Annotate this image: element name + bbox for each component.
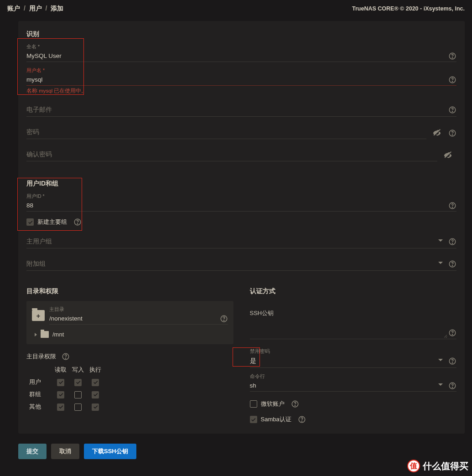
help-icon[interactable] [448, 382, 456, 390]
perm-group-write-checkbox[interactable] [74, 391, 82, 398]
section-identify-title: 识别 [26, 30, 456, 38]
svg-point-17 [223, 320, 224, 321]
svg-point-5 [452, 111, 452, 112]
help-icon[interactable] [291, 400, 299, 408]
svg-point-1 [452, 57, 452, 58]
download-ssh-button[interactable]: 下载SSH公钥 [84, 444, 136, 459]
perm-row-group: 群组 [29, 391, 51, 398]
home-perm-title: 主目录权限 [26, 352, 56, 361]
help-icon[interactable] [448, 202, 456, 210]
ssh-key-textarea[interactable] [250, 321, 457, 339]
ms-account-checkbox[interactable] [250, 400, 257, 408]
home-dir-label: 主目录 [49, 306, 228, 313]
help-icon[interactable] [448, 129, 456, 137]
help-icon[interactable] [298, 415, 306, 424]
shell-select[interactable]: sh [250, 381, 439, 390]
svg-point-15 [452, 265, 452, 266]
folder-icon [41, 331, 49, 338]
perm-group-read-checkbox[interactable] [57, 391, 64, 398]
uid-input[interactable]: 88 [26, 201, 446, 210]
perm-group-exec-checkbox[interactable] [92, 391, 99, 398]
chevron-down-icon [438, 239, 443, 244]
help-icon[interactable] [220, 315, 228, 323]
perm-header-exec: 执行 [88, 366, 103, 374]
submit-button[interactable]: 提交 [18, 444, 47, 459]
eye-off-icon[interactable] [443, 150, 453, 160]
svg-point-3 [452, 81, 452, 82]
home-dir-input[interactable]: /nonexistent [49, 314, 217, 323]
perm-header-write: 写入 [70, 366, 86, 374]
disable-password-select[interactable]: 是 [250, 356, 439, 366]
fullname-label: 全名 * [26, 44, 456, 50]
username-input[interactable]: mysql [26, 75, 446, 84]
shell-label: 命令行 [250, 373, 457, 380]
watermark: 值 什么值得买 [407, 460, 468, 472]
svg-point-19 [65, 358, 66, 358]
username-label: 用户名 * [26, 67, 456, 74]
help-icon[interactable] [448, 357, 456, 365]
svg-point-9 [452, 207, 452, 207]
help-icon[interactable] [448, 106, 456, 114]
cancel-button[interactable]: 取消 [51, 444, 79, 459]
confirm-password-input[interactable]: 确认密码 [26, 150, 437, 160]
help-icon[interactable] [448, 329, 456, 337]
dir-mnt-label: /mnt [52, 331, 64, 338]
perm-other-write-checkbox[interactable] [74, 404, 82, 411]
svg-point-27 [295, 405, 295, 406]
eye-off-icon[interactable] [432, 128, 442, 138]
chevron-down-icon [438, 383, 443, 388]
svg-point-23 [452, 362, 452, 363]
svg-point-13 [452, 243, 452, 243]
samba-auth-label: Samba认证 [261, 415, 291, 424]
svg-point-7 [452, 135, 452, 135]
perm-row-user: 用户 [29, 378, 51, 386]
help-icon[interactable] [448, 238, 456, 246]
ssh-key-label: SSH公钥 [250, 309, 457, 317]
folder-plus-icon[interactable]: + [32, 310, 45, 321]
email-input[interactable]: 电子邮件 [26, 105, 446, 115]
ms-account-label: 微软账户 [261, 400, 285, 408]
copyright-text: TrueNAS CORE® © 2020 - iXsystems, Inc. [352, 5, 465, 12]
uid-label: 用户ID * [26, 193, 456, 200]
watermark-icon: 值 [407, 460, 420, 472]
help-icon[interactable] [73, 218, 82, 226]
crumb-users[interactable]: 用户 [29, 5, 42, 12]
perm-user-exec-checkbox[interactable] [92, 379, 99, 386]
new-primary-group-label: 新建主要组 [37, 218, 67, 226]
help-icon[interactable] [448, 76, 456, 84]
section-idgroup-title: 用户ID和组 [26, 180, 456, 188]
perm-user-read-checkbox[interactable] [57, 379, 64, 386]
section-auth-title: 认证方式 [250, 287, 457, 295]
perm-other-read-checkbox[interactable] [57, 404, 64, 411]
watermark-text: 什么值得买 [423, 460, 468, 472]
primary-group-select[interactable]: 主用户组 [26, 237, 438, 247]
disable-password-label: 禁用密码 [250, 348, 457, 355]
dir-tree-item[interactable]: /mnt [35, 331, 228, 338]
fullname-input[interactable]: MySQL User [26, 52, 446, 60]
perm-header-read: 读取 [53, 366, 68, 374]
chevron-down-icon [438, 359, 443, 363]
password-input[interactable]: 密码 [26, 127, 426, 137]
help-icon[interactable] [62, 352, 70, 361]
section-dirperm-title: 目录和权限 [26, 287, 233, 295]
aux-group-select[interactable]: 附加组 [26, 259, 438, 269]
svg-point-29 [301, 421, 302, 421]
perm-other-exec-checkbox[interactable] [92, 404, 99, 411]
svg-point-25 [452, 387, 452, 388]
svg-point-21 [452, 334, 452, 335]
perm-user-write-checkbox[interactable] [74, 379, 82, 386]
help-icon[interactable] [448, 260, 456, 268]
crumb-accounts[interactable]: 账户 [7, 5, 20, 12]
perm-row-other: 其他 [29, 403, 51, 411]
svg-point-11 [77, 223, 78, 224]
crumb-add: 添加 [51, 5, 63, 12]
new-primary-group-checkbox[interactable] [26, 218, 34, 226]
chevron-down-icon [438, 262, 443, 266]
expand-icon [35, 333, 37, 336]
username-error: 名称 mysql 已在使用中。 [26, 88, 456, 94]
breadcrumb: 账户 / 用户 / 添加 [7, 5, 63, 13]
samba-auth-checkbox[interactable] [250, 416, 257, 423]
help-icon[interactable] [448, 52, 456, 60]
